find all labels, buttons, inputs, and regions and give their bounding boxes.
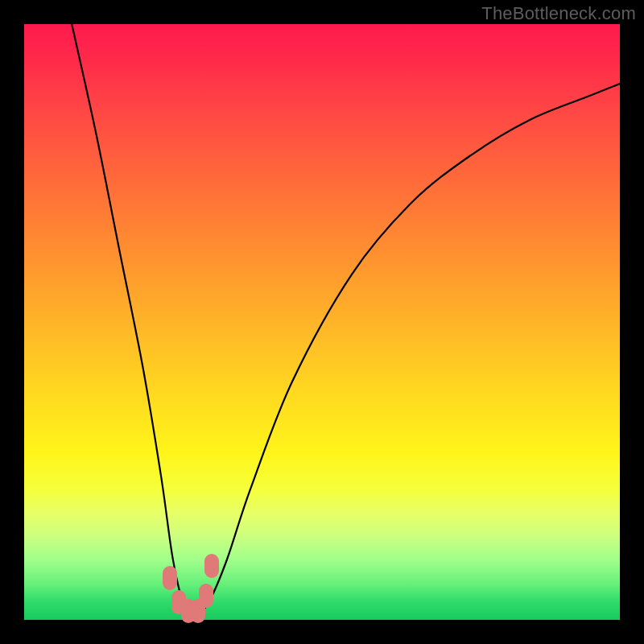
optimal-marker [199,584,213,608]
watermark-text: TheBottleneck.com [481,3,636,24]
plot-area [24,24,620,620]
bottleneck-curve [24,24,620,620]
chart-frame: TheBottleneck.com [0,0,644,644]
optimal-marker [163,566,177,590]
optimal-marker [204,554,219,578]
